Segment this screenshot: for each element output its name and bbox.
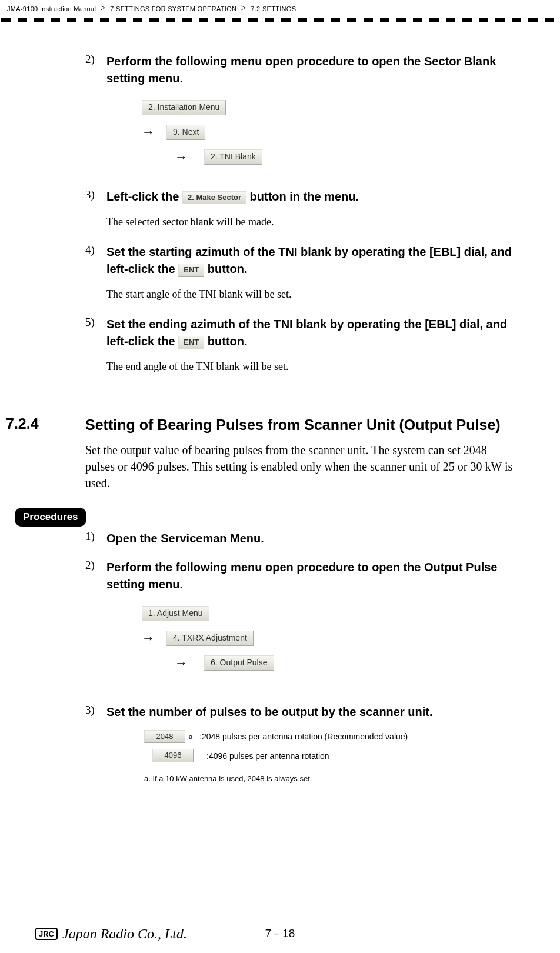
dash-separator (0, 18, 560, 26)
step-title-text: button. (208, 335, 248, 348)
step-title: Perform the following menu open procedur… (106, 53, 519, 87)
section-paragraph: Set the output value of bearing pulses f… (85, 442, 519, 491)
arrow-icon: → (175, 149, 188, 165)
step-number: 1) (85, 530, 106, 547)
step-number: 3) (85, 704, 106, 783)
breadcrumb-sep: > (98, 3, 108, 13)
step-number: 4) (85, 244, 106, 302)
breadcrumb-part-1: JMA-9100 Instruction Manual (7, 5, 96, 12)
footnote-marker: a (189, 733, 192, 740)
step-title-text: Left-click the (106, 190, 182, 203)
option-2048-button[interactable]: 2048 (144, 730, 185, 744)
menu-installation-button[interactable]: 2. Installation Menu (142, 100, 226, 115)
step-number: 3) (85, 188, 106, 229)
section-title: Setting of Bearing Pulses from Scanner U… (85, 416, 501, 433)
ent-button[interactable]: ENT (178, 264, 204, 277)
page-number: 7－18 (265, 926, 295, 941)
company-logo: JRC Japan Radio Co., Ltd. (35, 926, 187, 942)
option-4096-button[interactable]: 4096 (152, 749, 194, 762)
step-title-text: Set the ending azimuth of the TNI blank … (106, 318, 507, 348)
option-desc: :2048 pulses per antenna rotation (Recom… (199, 732, 408, 741)
company-name: Japan Radio Co., Ltd. (62, 926, 187, 942)
breadcrumb-part-2: 7.SETTINGS FOR SYSTEM OPERATION (110, 5, 236, 12)
step-title: Set the starting azimuth of the TNI blan… (106, 244, 519, 278)
section-number: 7.2.4 (6, 415, 39, 432)
step-number: 2) (85, 53, 106, 174)
step-title-text: Set the starting azimuth of the TNI blan… (106, 245, 512, 275)
procedures-badge: Procedures (15, 508, 86, 527)
footnote-text: a. If a 10 kW antenna is used, 2048 is a… (144, 774, 519, 783)
menu-tni-blank-button[interactable]: 2. TNI Blank (204, 149, 262, 165)
arrow-icon: → (142, 125, 155, 140)
step-title-text: button. (208, 262, 248, 275)
make-sector-button[interactable]: 2. Make Sector (182, 191, 246, 205)
step-number: 2) (85, 559, 106, 680)
option-desc: :4096 pulses per antenna rotation (206, 751, 329, 761)
menu-adjust-button[interactable]: 1. Adjust Menu (142, 606, 209, 621)
arrow-icon: → (175, 655, 188, 671)
arrow-icon: → (142, 631, 155, 646)
menu-txrx-button[interactable]: 4. TXRX Adjustment (166, 631, 254, 646)
breadcrumb-part-3: 7.2 SETTINGS (251, 5, 296, 12)
step-title: Left-click the 2. Make Sector button in … (106, 188, 519, 205)
step-title: Perform the following menu open procedur… (106, 559, 519, 593)
step-title-text: button in the menu. (250, 190, 359, 203)
step-body: The end angle of the TNI blank will be s… (106, 359, 519, 374)
step-body: The start angle of the TNI blank will be… (106, 287, 519, 302)
menu-next-button[interactable]: 9. Next (166, 125, 205, 140)
step-title: Set the number of pulses to be output by… (106, 704, 519, 721)
menu-output-pulse-button[interactable]: 6. Output Pulse (204, 655, 274, 671)
step-title: Set the ending azimuth of the TNI blank … (106, 316, 519, 350)
breadcrumb: JMA-9100 Instruction Manual > 7.SETTINGS… (0, 0, 560, 14)
breadcrumb-sep: > (239, 3, 249, 13)
step-body: The selected sector blank will be made. (106, 215, 519, 229)
page-footer: JRC Japan Radio Co., Ltd. 7－18 (0, 926, 560, 941)
step-number: 5) (85, 316, 106, 374)
step-title: Open the Serviceman Menu. (106, 530, 519, 547)
jrc-badge: JRC (35, 928, 58, 940)
ent-button[interactable]: ENT (178, 336, 204, 349)
